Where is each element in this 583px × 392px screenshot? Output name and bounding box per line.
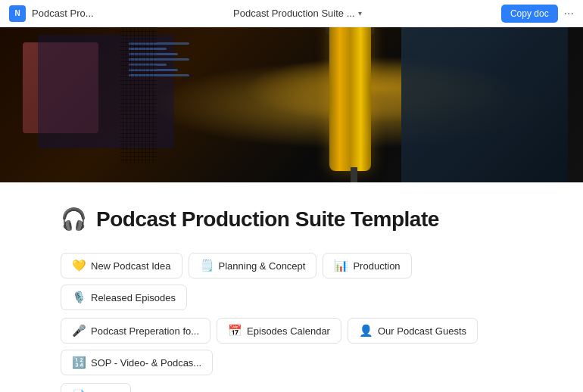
doc-title-dropdown[interactable]: Podcast Production Suite ... ▾ <box>233 8 361 19</box>
production-label: Production <box>353 260 400 272</box>
menu-dots-icon[interactable]: ··· <box>564 7 574 20</box>
chevron-down-icon: ▾ <box>358 9 362 17</box>
copy-doc-button[interactable]: Copy doc <box>501 5 558 23</box>
hero-bg-right <box>401 27 568 182</box>
nav-btn-released-episodes[interactable]: 🎙️ Released Episodes <box>61 285 187 310</box>
hero-image <box>0 27 583 182</box>
podcast-preperation-icon: 🎤 <box>72 324 86 338</box>
doc-title: Podcast Production Suite ... <box>233 8 354 19</box>
nav-btn-planning-concept[interactable]: 🗒️ Planning & Concept <box>189 253 317 278</box>
top-bar-center: Podcast Production Suite ... ▾ <box>233 8 361 19</box>
app-title: Podcast Pro... <box>32 8 94 19</box>
hero-background <box>0 27 583 182</box>
top-bar-left: N Podcast Pro... <box>9 5 94 22</box>
nav-btn-podcast-preperation[interactable]: 🎤 Podcast Preperation fo... <box>61 318 210 344</box>
main-content: 🎧 Podcast Production Suite Template 💛 Ne… <box>0 182 583 392</box>
planning-concept-label: Planning & Concept <box>219 260 306 272</box>
page-title: Podcast Production Suite Template <box>96 207 439 232</box>
released-episodes-icon: 🎙️ <box>72 291 86 304</box>
headphone-icon: 🎧 <box>61 207 87 232</box>
episodes-calendar-label: Episodes Calendar <box>247 325 330 337</box>
sop-icon: 🔢 <box>72 356 86 369</box>
top-bar-right: Copy doc ··· <box>501 5 574 23</box>
page-title-row: 🎧 Podcast Production Suite Template <box>61 207 522 232</box>
released-episodes-label: Released Episodes <box>91 292 176 303</box>
nav-btn-episodes-calendar[interactable]: 📅 Episodes Calendar <box>217 318 341 344</box>
episodes-calendar-icon: 📅 <box>228 324 242 338</box>
nav-btn-podcast-guests[interactable]: 👤 Our Podcast Guests <box>348 318 478 344</box>
mic-body <box>329 27 371 171</box>
mic-stand <box>351 167 357 182</box>
app-icon: N <box>9 5 26 22</box>
new-podcast-idea-icon: 💛 <box>72 259 86 272</box>
nav-buttons-row-3: 📄 Tables <box>61 383 522 392</box>
nav-btn-tables[interactable]: 📄 Tables <box>61 383 131 392</box>
nav-buttons-section: 💛 New Podcast Idea 🗒️ Planning & Concept… <box>61 253 522 392</box>
nav-buttons-row-1: 💛 New Podcast Idea 🗒️ Planning & Concept… <box>61 253 522 310</box>
podcast-guests-icon: 👤 <box>359 324 373 338</box>
top-bar: N Podcast Pro... Podcast Production Suit… <box>0 0 583 27</box>
app-icon-label: N <box>14 9 20 17</box>
podcast-preperation-label: Podcast Preperation fo... <box>91 325 199 337</box>
nav-btn-production[interactable]: 📊 Production <box>323 253 411 278</box>
production-icon: 📊 <box>334 259 348 272</box>
planning-concept-icon: 🗒️ <box>200 259 214 272</box>
new-podcast-idea-label: New Podcast Idea <box>91 260 171 272</box>
nav-btn-new-podcast-idea[interactable]: 💛 New Podcast Idea <box>61 253 182 278</box>
podcast-guests-label: Our Podcast Guests <box>378 325 466 337</box>
mic-grid <box>120 27 157 163</box>
sop-label: SOP - Video- & Podcas... <box>91 357 201 369</box>
nav-btn-sop[interactable]: 🔢 SOP - Video- & Podcas... <box>61 350 213 375</box>
tables-icon: 📄 <box>72 389 86 392</box>
nav-buttons-row-2: 🎤 Podcast Preperation fo... 📅 Episodes C… <box>61 318 522 375</box>
copy-doc-label: Copy doc <box>510 8 549 19</box>
